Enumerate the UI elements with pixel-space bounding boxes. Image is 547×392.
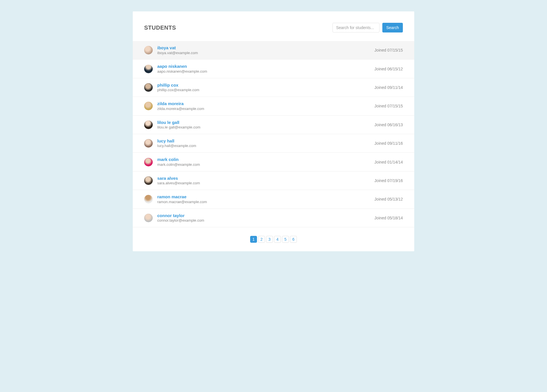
search-input[interactable]	[332, 23, 379, 32]
joined-date: Joined 07/15/15	[374, 104, 403, 108]
student-row[interactable]: mark colinmark.colin@example.comJoined 0…	[133, 153, 414, 171]
joined-date: Joined 09/11/16	[374, 141, 403, 146]
student-row[interactable]: iboya vatiboya.vat@example.comJoined 07/…	[133, 41, 414, 60]
student-info: ramon macraeramon.macrae@example.com	[157, 194, 374, 204]
joined-date: Joined 05/18/14	[374, 216, 403, 220]
page-button-3[interactable]: 3	[266, 236, 273, 243]
student-email: mark.colin@example.com	[157, 162, 374, 167]
avatar	[144, 158, 153, 166]
page-button-4[interactable]: 4	[274, 236, 281, 243]
student-email: lilou.le gall@example.com	[157, 125, 374, 130]
student-email: lucy.hall@example.com	[157, 144, 374, 148]
student-info: lilou le galllilou.le gall@example.com	[157, 120, 374, 130]
joined-date: Joined 07/19/16	[374, 178, 403, 183]
search-area: Search	[332, 23, 403, 32]
joined-date: Joined 01/14/14	[374, 160, 403, 164]
avatar	[144, 102, 153, 110]
joined-date: Joined 05/13/12	[374, 197, 403, 201]
page-button-1[interactable]: 1	[250, 236, 257, 243]
student-email: ramon.macrae@example.com	[157, 200, 374, 205]
student-info: mark colinmark.colin@example.com	[157, 157, 374, 167]
student-email: zilda.moreira@example.com	[157, 107, 374, 111]
student-email: phillip.cox@example.com	[157, 88, 374, 93]
student-info: phillip coxphillip.cox@example.com	[157, 82, 374, 93]
avatar	[144, 214, 153, 222]
page-button-2[interactable]: 2	[258, 236, 265, 243]
student-name[interactable]: sara alves	[157, 175, 374, 181]
student-row[interactable]: ramon macraeramon.macrae@example.comJoin…	[133, 190, 414, 209]
student-email: sara.alves@example.com	[157, 181, 374, 186]
avatar	[144, 121, 153, 129]
avatar	[144, 195, 153, 203]
student-name[interactable]: mark colin	[157, 157, 374, 162]
student-name[interactable]: lilou le gall	[157, 120, 374, 125]
student-name[interactable]: iboya vat	[157, 45, 374, 51]
student-row[interactable]: lilou le galllilou.le gall@example.comJo…	[133, 116, 414, 134]
avatar	[144, 83, 153, 92]
students-panel: STUDENTS Search iboya vatiboya.vat@examp…	[133, 11, 414, 251]
student-name[interactable]: connor taylor	[157, 213, 374, 219]
page-title: STUDENTS	[144, 24, 176, 31]
student-row[interactable]: phillip coxphillip.cox@example.comJoined…	[133, 78, 414, 97]
student-info: aapo niskanenaapo.niskanen@example.com	[157, 64, 374, 74]
student-email: aapo.niskanen@example.com	[157, 69, 374, 74]
student-email: iboya.vat@example.com	[157, 51, 374, 56]
joined-date: Joined 09/11/14	[374, 85, 403, 90]
student-info: sara alvessara.alves@example.com	[157, 175, 374, 186]
avatar	[144, 65, 153, 73]
avatar	[144, 139, 153, 148]
student-name[interactable]: aapo niskanen	[157, 64, 374, 69]
page-button-5[interactable]: 5	[282, 236, 289, 243]
student-row[interactable]: sara alvessara.alves@example.comJoined 0…	[133, 172, 414, 190]
student-row[interactable]: zilda moreirazilda.moreira@example.comJo…	[133, 97, 414, 115]
student-list: iboya vatiboya.vat@example.comJoined 07/…	[133, 41, 414, 227]
student-info: connor taylorconnor.taylor@example.com	[157, 213, 374, 223]
student-name[interactable]: zilda moreira	[157, 101, 374, 107]
joined-date: Joined 06/16/13	[374, 122, 403, 127]
student-email: connor.taylor@example.com	[157, 218, 374, 223]
search-button[interactable]: Search	[382, 23, 403, 32]
avatar	[144, 176, 153, 185]
student-info: lucy halllucy.hall@example.com	[157, 138, 374, 148]
student-row[interactable]: lucy halllucy.hall@example.comJoined 09/…	[133, 134, 414, 153]
panel-header: STUDENTS Search	[133, 23, 414, 41]
student-row[interactable]: connor taylorconnor.taylor@example.comJo…	[133, 209, 414, 227]
joined-date: Joined 07/15/15	[374, 48, 403, 52]
pagination: 123456	[133, 227, 414, 243]
avatar	[144, 46, 153, 54]
student-info: iboya vatiboya.vat@example.com	[157, 45, 374, 55]
joined-date: Joined 06/15/12	[374, 67, 403, 71]
student-info: zilda moreirazilda.moreira@example.com	[157, 101, 374, 111]
student-name[interactable]: lucy hall	[157, 138, 374, 144]
page-button-6[interactable]: 6	[290, 236, 297, 243]
student-name[interactable]: ramon macrae	[157, 194, 374, 200]
student-name[interactable]: phillip cox	[157, 82, 374, 88]
student-row[interactable]: aapo niskanenaapo.niskanen@example.comJo…	[133, 60, 414, 78]
